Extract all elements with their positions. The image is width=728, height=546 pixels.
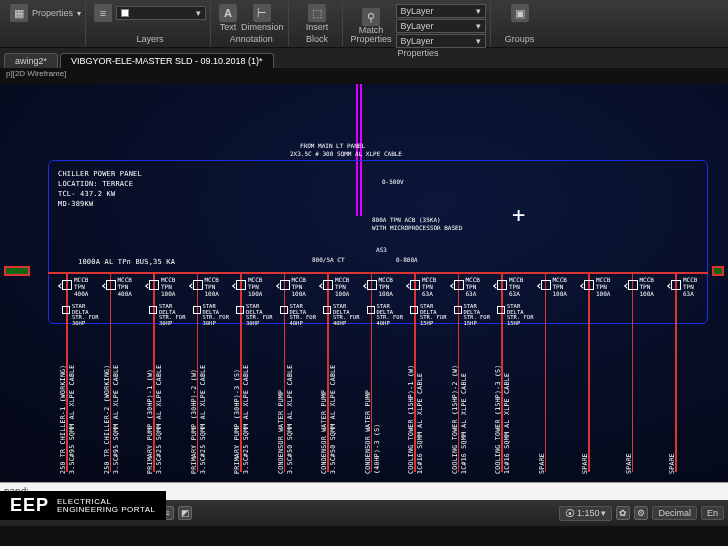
breaker-type: MCCB	[292, 276, 306, 283]
mccb-symbol	[280, 280, 290, 290]
layers-panel-label[interactable]: Layers	[137, 34, 164, 44]
feeder-label: CONDENSOR WATER PUMP	[364, 344, 372, 474]
feeder-label: PRIMARY PUMP (30HP)-1 (W)	[146, 344, 154, 474]
drawing-canvas[interactable]: CHILLER POWER PANEL LOCATION: TERRACE TC…	[0, 84, 728, 482]
layers-icon[interactable]: ≡	[94, 4, 112, 22]
breaker-neutral: TPN	[335, 283, 346, 290]
breaker-type: MCCB	[509, 276, 523, 283]
starter-label: STAR DELTA STR. FOR 15HP	[507, 304, 535, 326]
groups-icon[interactable]: ▣	[511, 4, 529, 22]
breaker-type: MCCB	[205, 276, 219, 283]
breaker-neutral: TPN	[640, 283, 651, 290]
properties-label[interactable]: Properties	[32, 8, 73, 18]
breaker-neutral: TPN	[74, 283, 85, 290]
language-button[interactable]: En	[701, 506, 724, 520]
eep-logo: EEP	[10, 495, 49, 516]
breaker-rating: 100A	[379, 290, 393, 297]
properties-icon[interactable]: ▦	[10, 4, 28, 22]
feeder-label: SPARE	[581, 344, 589, 474]
feeder-label: COOLING TOWER (15HP)-2 (W)	[451, 344, 459, 474]
groups-panel-label[interactable]: Groups	[505, 34, 535, 44]
color-combo[interactable]: ByLayer▾	[396, 4, 486, 18]
feeder-label: 250 TR CHILLER-1 (WORKING)	[59, 344, 67, 474]
dimension-label[interactable]: Dimension	[241, 22, 284, 32]
cable-label: 3.5C#50 SQMM AL XLPE CABLE	[329, 344, 337, 474]
breaker-rating: 63A	[509, 290, 520, 297]
starter-label: STAR DELTA STR. FOR 40HP	[290, 304, 318, 326]
starter-symbol	[497, 306, 505, 314]
mccb-symbol	[584, 280, 594, 290]
chevron-down-icon[interactable]: ▾	[77, 9, 81, 18]
breaker-rating: 63A	[466, 290, 477, 297]
annotation-panel-label[interactable]: Annotation	[230, 34, 273, 44]
breaker-neutral: TPN	[422, 283, 433, 290]
starter-label: STAR DELTA STR. FOR 30HP	[246, 304, 274, 326]
feeder-label: CONDENSOR WATER PUMP	[320, 344, 328, 474]
breaker-layer: MCCBTPN400ASTAR DELTA STR. FOR 30HP250 T…	[0, 84, 728, 482]
ribbon-panel-groups: ▣ Groups	[495, 2, 545, 46]
lineweight-combo[interactable]: ByLayer▾	[396, 34, 486, 48]
breaker-type: MCCB	[640, 276, 654, 283]
starter-label: STAR DELTA STR. FOR 30HP	[203, 304, 231, 326]
match-properties-icon[interactable]: ⚲	[362, 8, 380, 26]
cable-label: 1C#16 SQMM AL XLPE CABLE	[503, 344, 511, 474]
layer-combo[interactable]: ▾	[116, 6, 206, 20]
gear-icon[interactable]: ⚙	[634, 506, 648, 520]
breaker-neutral: TPN	[466, 283, 477, 290]
breaker-type: MCCB	[74, 276, 88, 283]
breaker-rating: 400A	[118, 290, 132, 297]
feeder-label: COOLING TOWER (15HP)-3 (S)	[494, 344, 502, 474]
annotation-scale-button[interactable]: ⦿ 1:150 ▾	[559, 506, 613, 521]
breaker-rating: 100A	[335, 290, 349, 297]
cable-label: 3.5C#25 SQMM AL XLPE CABLE	[199, 344, 207, 474]
tab-vibgyor-sld[interactable]: VIBGYOR-ELE-MASTER SLD - 09.10.2018 (1)*	[60, 53, 274, 68]
viewport-mode-label[interactable]: p][2D Wireframe]	[6, 69, 66, 78]
linetype-combo[interactable]: ByLayer▾	[396, 19, 486, 33]
text-icon[interactable]: A	[219, 4, 237, 22]
insert-label[interactable]: Insert	[306, 22, 329, 32]
feeder-label: COOLING TOWER (15HP)-1 (W)	[407, 344, 415, 474]
starter-label: STAR DELTA STR. FOR 15HP	[464, 304, 492, 326]
cable-label: 1C#16 SQMM AL XLPE CABLE	[460, 344, 468, 474]
starter-label: STAR DELTA STR. FOR 40HP	[333, 304, 361, 326]
units-button[interactable]: Decimal	[652, 506, 697, 520]
mccb-symbol	[193, 280, 203, 290]
breaker-neutral: TPN	[118, 283, 129, 290]
starter-symbol	[62, 306, 70, 314]
breaker-type: MCCB	[596, 276, 610, 283]
breaker-rating: 100A	[292, 290, 306, 297]
cable-label: 3.5C#50 SQMM AL XLPE CABLE	[286, 344, 294, 474]
feeder-label: 250 TR CHILLER-2 (WORKING)	[103, 344, 111, 474]
mccb-symbol	[106, 280, 116, 290]
dimension-icon[interactable]: ⊢	[253, 4, 271, 22]
starter-symbol	[454, 306, 462, 314]
mccb-symbol	[367, 280, 377, 290]
text-label[interactable]: Text	[220, 22, 237, 32]
ribbon-panel-props2: ⚲ Match Properties ByLayer▾ ByLayer▾ ByL…	[347, 2, 491, 46]
block-panel-label[interactable]: Block	[306, 34, 328, 44]
cable-label: 3.5C#95 SQMM AL XLPE CABLE	[68, 344, 76, 474]
feeder-label: CONDENSOR WATER PUMP	[277, 344, 285, 474]
starter-label: STAR DELTA STR. FOR 15HP	[420, 304, 448, 326]
breaker-neutral: TPN	[161, 283, 172, 290]
starter-label: STAR DELTA STR. FOR 30HP	[72, 304, 100, 326]
starter-symbol	[323, 306, 331, 314]
breaker-type: MCCB	[422, 276, 436, 283]
feeder-label: PRIMARY PUMP (30HP)-3 (S)	[233, 344, 241, 474]
mccb-symbol	[671, 280, 681, 290]
transparency-toggle-icon[interactable]: ◩	[178, 506, 192, 520]
insert-icon[interactable]: ⬚	[308, 4, 326, 22]
starter-label: STAR DELTA STR. FOR 30HP	[159, 304, 187, 326]
feeder-label: SPARE	[538, 344, 546, 474]
breaker-neutral: TPN	[205, 283, 216, 290]
breaker-type: MCCB	[335, 276, 349, 283]
workspace-switch-icon[interactable]: ✿	[616, 506, 630, 520]
props-panel-label[interactable]: Properties	[398, 48, 439, 58]
starter-symbol	[149, 306, 157, 314]
cable-label: 1C#16 SQMM AL XLPE CABLE	[416, 344, 424, 474]
starter-symbol	[280, 306, 288, 314]
breaker-rating: 100A	[640, 290, 654, 297]
starter-symbol	[236, 306, 244, 314]
mccb-symbol	[410, 280, 420, 290]
tab-drawing2[interactable]: awing2*	[4, 53, 58, 68]
